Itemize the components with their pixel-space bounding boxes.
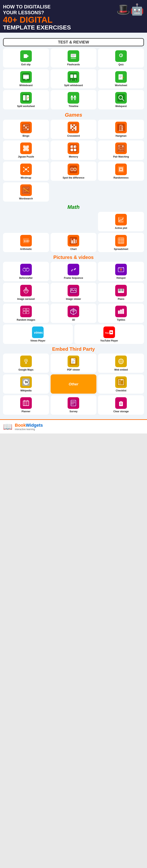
svg-rect-163 (119, 288, 119, 291)
svg-point-151 (121, 269, 121, 270)
svg-point-108 (119, 167, 120, 168)
google-maps-tile[interactable]: G Google Maps (3, 353, 49, 373)
svg-rect-52 (73, 124, 75, 126)
svg-rect-123 (118, 217, 124, 223)
random-images-tile[interactable]: Random images (3, 304, 49, 323)
active-plot-tile[interactable]: Active plot (98, 212, 144, 231)
worksheet-tile[interactable]: Worksheet (98, 69, 144, 88)
split-worksheet-tile[interactable]: Split worksheet (3, 90, 49, 109)
wordsearch-icon: W O R D S E A R C (20, 184, 32, 196)
spreadsheet-tile[interactable]: Spreadsheet (98, 233, 144, 252)
svg-rect-61 (117, 124, 125, 131)
worksheet-icon (115, 71, 127, 83)
clear-storage-tile[interactable]: Clear storage (98, 395, 144, 414)
svg-rect-6 (71, 56, 74, 56)
hotspot-tile[interactable]: Hotspot (98, 262, 144, 281)
3d-tile[interactable]: 3D (50, 304, 97, 323)
other-section-tile: Other (50, 374, 97, 394)
crossword-icon (68, 122, 79, 133)
hotspot-label: Hotspot (117, 277, 125, 279)
image-carousel-icon (20, 285, 32, 297)
svg-point-233 (71, 403, 72, 403)
svg-rect-238 (120, 401, 122, 402)
split-whiteboard-icon (68, 71, 79, 83)
chart-tile[interactable]: Chart (50, 233, 97, 252)
vimeo-icon: vimeo (32, 327, 44, 338)
timeline-label: Timeline (69, 105, 78, 107)
svg-point-34 (74, 96, 76, 98)
wikipedia-tile[interactable]: W Wikipedia (3, 374, 49, 394)
whiteboard-label: Whiteboard (20, 84, 33, 87)
section-test-review: TEST & REVIEW (3, 38, 144, 46)
main-content: TEST & REVIEW Exit slip (0, 33, 147, 419)
svg-rect-56 (70, 127, 72, 129)
mindmap-tile[interactable]: Mindmap (3, 161, 49, 181)
whiteboard-tile[interactable]: Whiteboard (3, 69, 49, 88)
survey-tile[interactable]: Survey (50, 395, 97, 414)
frame-sequence-tile[interactable]: Frame Sequence (50, 262, 97, 281)
tiptiles-tile[interactable]: Tiptiles (98, 304, 144, 323)
jigsaw-label: Jigsaw Puzzle (18, 155, 34, 158)
svg-text:5: 5 (120, 150, 121, 151)
before-after-tile[interactable]: Before/after (3, 262, 49, 281)
section-games-label: Games (3, 112, 144, 118)
split-whiteboard-tile[interactable]: Split whiteboard (50, 69, 97, 88)
planner-tile[interactable]: Planner (3, 395, 49, 414)
video-players-grid: vimeo Vimeo Player You YouTube Player (3, 324, 144, 344)
svg-point-155 (26, 287, 27, 288)
web-embed-tile[interactable]: Web embed (98, 353, 144, 373)
header-character: 🎩🤖 (116, 3, 144, 16)
bingo-icon (20, 122, 32, 133)
active-plot-label: Active plot (115, 227, 127, 229)
piano-tile[interactable]: Piano (98, 283, 144, 302)
svg-rect-215 (121, 379, 123, 380)
svg-rect-54 (72, 126, 74, 127)
wordsearch-tile[interactable]: W O R D S E A R C Wordsearch (3, 182, 49, 202)
exit-slip-label: Exit slip (22, 63, 31, 66)
quiz-tile[interactable]: ? Quiz (98, 48, 144, 67)
bingo-tile[interactable]: Bingo (3, 120, 49, 139)
other-label: Other (69, 382, 78, 386)
hangman-tile[interactable]: Hangman (98, 120, 144, 139)
randomness-label: Randomness (113, 176, 128, 179)
pdf-viewer-label: PDF viewer (67, 368, 80, 371)
svg-point-33 (71, 96, 73, 98)
embed-grid: G Google Maps PDF viewer (3, 353, 144, 415)
timeline-tile[interactable]: Timeline (50, 90, 97, 109)
checklist-label: Checklist (116, 389, 126, 392)
frame-sequence-label: Frame Sequence (64, 277, 83, 279)
webquest-tile[interactable]: Webquest (98, 90, 144, 109)
svg-rect-158 (70, 287, 77, 294)
svg-point-105 (75, 168, 76, 168)
exit-slip-tile[interactable]: Exit slip (3, 48, 49, 67)
crossword-tile[interactable]: Crossword (50, 120, 97, 139)
svg-rect-146 (70, 266, 77, 273)
planner-label: Planner (22, 410, 30, 413)
arithmetic-tile[interactable]: 1+2=? Arithmetic (3, 233, 49, 252)
svg-rect-133 (74, 239, 75, 243)
split-worksheet-label: Split worksheet (17, 105, 35, 107)
pair-matching-tile[interactable]: ∞ 5 Pair Matching (98, 141, 144, 160)
image-viewer-tile[interactable]: Image viewer (50, 283, 97, 302)
jigsaw-tile[interactable]: Jigsaw Puzzle (3, 141, 49, 160)
randomness-tile[interactable]: Randomness (98, 161, 144, 181)
flashcards-tile[interactable]: Flashcards (50, 48, 97, 67)
svg-rect-219 (23, 401, 29, 402)
svg-rect-35 (71, 98, 73, 100)
svg-text:vimeo: vimeo (34, 331, 43, 334)
svg-point-149 (119, 268, 120, 269)
math-grid: Active plot 1+2=? Arithmetic (3, 212, 144, 252)
svg-point-114 (120, 170, 121, 171)
svg-rect-59 (72, 129, 74, 130)
svg-rect-77 (74, 149, 76, 151)
svg-point-87 (122, 146, 123, 147)
footer-brand-name: BookWidgets (15, 423, 43, 428)
image-carousel-tile[interactable]: Image carousel (3, 283, 49, 302)
memory-tile[interactable]: A A Memory (50, 141, 97, 160)
pdf-viewer-tile[interactable]: PDF viewer (50, 353, 97, 373)
youtube-tile[interactable]: You YouTube Player (74, 324, 144, 344)
checklist-tile[interactable]: ☑ ☑ Checklist (98, 374, 144, 394)
wikipedia-label: Wikipedia (21, 389, 32, 392)
vimeo-tile[interactable]: vimeo Vimeo Player (3, 324, 73, 344)
spot-difference-tile[interactable]: Spot the difference (50, 161, 97, 181)
